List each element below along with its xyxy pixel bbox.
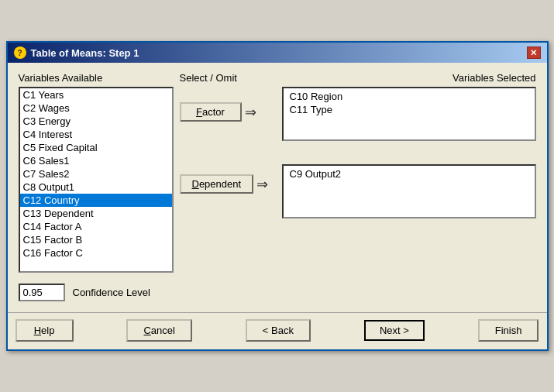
- confidence-input[interactable]: [19, 284, 65, 301]
- variable-item[interactable]: C13 Dependent: [20, 207, 172, 220]
- variable-item[interactable]: C14 Factor A: [20, 220, 172, 233]
- selected-col-inner: C10 RegionC11 Type C9 Output2: [282, 87, 536, 218]
- help-button[interactable]: Help: [15, 319, 74, 342]
- dependent-arrow-icon: ⇒: [256, 176, 268, 193]
- window-title: Table of Means: Step 1: [31, 47, 139, 59]
- cancel-button[interactable]: Cancel: [126, 319, 191, 342]
- variable-item[interactable]: C15 Factor B: [20, 233, 172, 246]
- factor-button[interactable]: Factor: [180, 102, 242, 122]
- finish-button[interactable]: Finish: [478, 319, 539, 342]
- confidence-row: Confidence Level: [19, 284, 536, 301]
- available-header: Variables Available: [19, 72, 174, 84]
- variable-item[interactable]: C7 Sales2: [20, 167, 172, 181]
- variable-item[interactable]: C6 Sales1: [20, 154, 172, 167]
- factor-selected-item[interactable]: C11 Type: [287, 103, 532, 116]
- middle-col: Factor ⇒ Dependent ⇒: [174, 87, 282, 197]
- select-omit-header: Select / Omit: [174, 72, 282, 84]
- main-columns: C1 YearsC2 WagesC3 EnergyC4 InterestC5 F…: [19, 87, 536, 273]
- variable-item[interactable]: C2 Wages: [20, 101, 172, 115]
- title-bar-left: ? Table of Means: Step 1: [14, 46, 139, 59]
- dependent-section: Dependent ⇒: [180, 174, 282, 197]
- variable-item[interactable]: C12 Country: [20, 194, 172, 207]
- factor-selected-box[interactable]: C10 RegionC11 Type: [282, 87, 536, 141]
- factor-selected-item[interactable]: C10 Region: [287, 90, 532, 103]
- dependent-selected-box[interactable]: C9 Output2: [282, 164, 536, 218]
- selected-col: C10 RegionC11 Type C9 Output2: [282, 87, 536, 218]
- back-button[interactable]: < Back: [246, 319, 311, 342]
- variable-item[interactable]: C4 Interest: [20, 128, 172, 141]
- window-icon: ?: [14, 46, 26, 59]
- variable-item[interactable]: C16 Factor C: [20, 246, 172, 260]
- bottom-bar: Help Cancel < Back Next > Finish: [8, 312, 547, 349]
- column-headers: Variables Available Select / Omit Variab…: [19, 72, 536, 84]
- dialog-content: Variables Available Select / Omit Variab…: [8, 63, 547, 309]
- title-bar: ? Table of Means: Step 1 ✕: [8, 43, 547, 63]
- next-button[interactable]: Next >: [364, 320, 425, 341]
- variable-item[interactable]: C1 Years: [20, 88, 172, 101]
- dependent-selected-item[interactable]: C9 Output2: [287, 167, 532, 181]
- factor-btn-row: Factor ⇒: [180, 102, 282, 122]
- factor-arrow-icon: ⇒: [245, 104, 256, 121]
- confidence-label: Confidence Level: [73, 287, 150, 298]
- variables-available-col: C1 YearsC2 WagesC3 EnergyC4 InterestC5 F…: [19, 87, 174, 273]
- dependent-btn-row: Dependent ⇒: [180, 174, 282, 194]
- variable-item[interactable]: C5 Fixed Capital: [20, 141, 172, 154]
- factor-section: Factor ⇒: [180, 102, 282, 125]
- close-button[interactable]: ✕: [527, 46, 541, 59]
- variable-item[interactable]: C3 Energy: [20, 115, 172, 128]
- middle-inner: Factor ⇒ Dependent ⇒: [174, 102, 282, 197]
- selected-header: Variables Selected: [282, 72, 536, 84]
- dependent-button[interactable]: Dependent: [180, 174, 254, 194]
- variable-item[interactable]: C8 Output1: [20, 181, 172, 194]
- main-window: ? Table of Means: Step 1 ✕ Variables Ava…: [6, 41, 549, 351]
- variables-listbox[interactable]: C1 YearsC2 WagesC3 EnergyC4 InterestC5 F…: [19, 87, 174, 273]
